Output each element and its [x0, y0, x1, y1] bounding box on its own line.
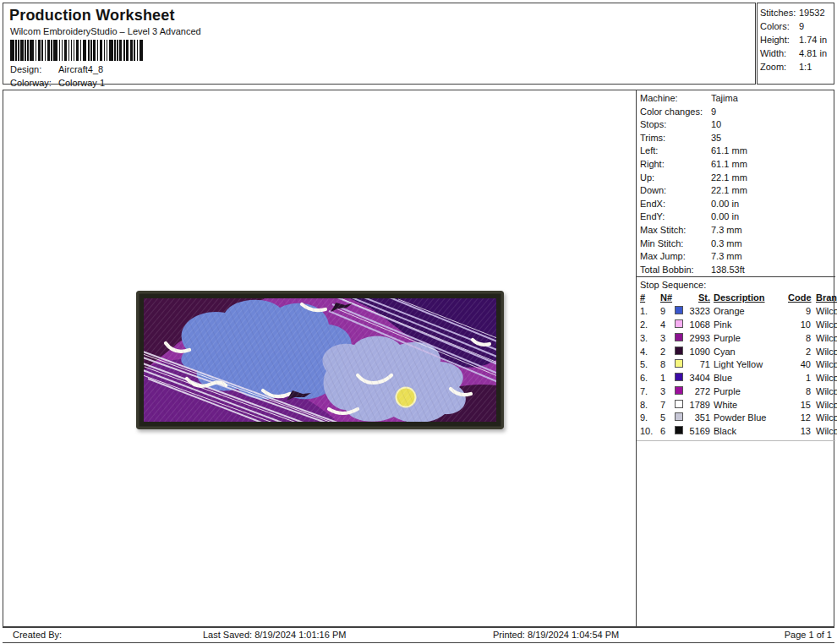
- stop-row-needle: 1: [660, 372, 675, 385]
- machine-info-label: Right:: [640, 158, 711, 172]
- machine-info-label: Stops:: [640, 118, 711, 132]
- colorway-value: Colorway 1: [58, 78, 105, 88]
- stop-row-needle: 7: [660, 399, 675, 412]
- summary-value: 4.81 in: [799, 46, 827, 60]
- stop-row-stitches: 351: [688, 412, 710, 425]
- stop-row-number: 4.: [640, 346, 660, 359]
- machine-info-label: Max Stitch:: [640, 224, 711, 237]
- stop-row-stitches: 1789: [688, 399, 710, 412]
- colorway-row: Colorway: Colorway 1: [10, 78, 105, 88]
- machine-info-value: 0.00 in: [711, 198, 739, 211]
- thread-color-swatch: [675, 412, 683, 421]
- stop-row: 10. 6 5169 Black 13 Wilcom: [640, 425, 835, 439]
- machine-info-label: Min Stitch:: [640, 237, 711, 251]
- machine-info-row: EndX: 0.00 in: [640, 198, 835, 211]
- barcode-icon: [10, 40, 149, 61]
- stop-row-brand: Wilcom: [811, 305, 837, 319]
- stop-row-number: 1.: [640, 305, 660, 319]
- machine-info-row: Machine: Tajima: [640, 92, 835, 106]
- stop-row-needle: 4: [660, 319, 675, 332]
- design-label: Design:: [10, 64, 58, 74]
- machine-info-row: Max Jump: 7.3 mm: [640, 250, 835, 264]
- stop-row-stitches: 1068: [688, 319, 710, 332]
- design-summary-box: Stitches: 19532 Colors: 9 Height: 1.74 i…: [757, 3, 834, 85]
- stop-row-brand: Wilcom: [811, 372, 837, 385]
- content-box: Machine: Tajima Color changes: 9 Stops: …: [3, 90, 834, 627]
- stop-row-brand: Wilcom: [811, 412, 837, 425]
- machine-info-row: Max Stitch: 7.3 mm: [640, 224, 835, 237]
- stop-row-needle: 5: [660, 412, 675, 425]
- summary-label: Colors:: [760, 19, 799, 33]
- machine-info-label: Max Jump:: [640, 250, 711, 264]
- thread-color-swatch: [675, 333, 683, 341]
- stop-row-brand: Wilcom: [811, 399, 837, 412]
- machine-info-row: Min Stitch: 0.3 mm: [640, 237, 835, 251]
- stop-row-needle: 9: [660, 305, 675, 319]
- machine-info-value: 22.1 mm: [711, 184, 747, 198]
- summary-row: Zoom: 1:1: [760, 60, 834, 74]
- machine-info-panel: Machine: Tajima Color changes: 9 Stops: …: [636, 90, 835, 626]
- machine-info-value: 61.1 mm: [711, 158, 747, 172]
- thread-color-swatch: [675, 400, 683, 408]
- stop-row-code: 8: [788, 385, 811, 399]
- machine-info-label: Up:: [640, 172, 711, 185]
- machine-info-label: Machine:: [640, 92, 711, 106]
- stop-row: 7. 3 272 Purple 8 Wilcom: [640, 385, 835, 399]
- thread-color-swatch: [675, 426, 683, 434]
- machine-info-value: 10: [711, 118, 721, 132]
- stop-row-description: Purple: [710, 332, 788, 346]
- thread-color-swatch: [675, 347, 683, 355]
- stop-row-code: 8: [788, 332, 811, 346]
- stop-row-needle: 3: [660, 332, 675, 346]
- app-subtitle: Wilcom EmbroideryStudio – Level 3 Advanc…: [10, 26, 201, 36]
- thread-color-swatch: [675, 386, 683, 395]
- machine-info-label: Trims:: [640, 132, 711, 145]
- machine-info-row: Up: 22.1 mm: [640, 172, 835, 185]
- machine-info-value: 35: [711, 132, 721, 145]
- machine-info-value: 138.53ft: [711, 264, 745, 277]
- col-description: Description: [710, 292, 788, 305]
- col-code: Code: [788, 292, 811, 305]
- summary-value: 19532: [799, 6, 825, 19]
- summary-label: Height:: [760, 33, 799, 46]
- stop-row-stitches: 1090: [688, 346, 710, 359]
- machine-info-row: Color changes: 9: [640, 106, 835, 119]
- stop-row: 8. 7 1789 White 15 Wilcom: [640, 399, 835, 412]
- summary-row: Width: 4.81 in: [760, 46, 834, 60]
- stop-row: 9. 5 351 Powder Blue 12 Wilcom: [640, 412, 835, 425]
- stop-row-stitches: 3323: [688, 305, 710, 319]
- machine-info-label: Down:: [640, 184, 711, 198]
- stop-row-number: 10.: [640, 425, 660, 439]
- stop-row-code: 15: [788, 399, 811, 412]
- thread-color-swatch: [675, 319, 683, 328]
- design-name-row: Design: Aircraft4_8: [10, 64, 103, 74]
- stop-row-brand: Wilcom: [811, 358, 837, 372]
- machine-info-value: 0.3 mm: [711, 237, 742, 251]
- stop-row-number: 2.: [640, 319, 660, 332]
- stop-row-number: 9.: [640, 412, 660, 425]
- page-title: Production Worksheet: [9, 7, 175, 25]
- stop-table-header: # N# St. Description Code Brand: [640, 292, 835, 305]
- stop-row-code: 9: [788, 305, 811, 319]
- summary-row: Height: 1.74 in: [760, 33, 834, 46]
- stop-row-description: Powder Blue: [710, 412, 788, 425]
- stop-row-code: 10: [788, 319, 811, 332]
- col-st: St.: [688, 292, 710, 305]
- stop-sequence-title: Stop Sequence:: [640, 278, 835, 292]
- stop-row-needle: 8: [660, 358, 675, 372]
- stop-row-number: 3.: [640, 332, 660, 346]
- machine-info-row: Stops: 10: [640, 118, 835, 132]
- machine-info-row: Trims: 35: [640, 132, 835, 145]
- stop-sequence-section: Stop Sequence: # N# St. Description Code…: [637, 276, 835, 441]
- stop-table-rows: 1. 9 3323 Orange 9 Wilcom 2. 4 1068: [640, 305, 835, 439]
- stop-row: 1. 9 3323 Orange 9 Wilcom: [640, 305, 835, 319]
- footer-page-number: Page 1 of 1: [785, 630, 832, 640]
- summary-value: 1.74 in: [799, 33, 827, 46]
- stop-row-brand: Wilcom: [811, 425, 837, 439]
- machine-info-value: Tajima: [711, 92, 738, 106]
- machine-info-label: EndX:: [640, 198, 711, 211]
- stop-row-code: 13: [788, 425, 811, 439]
- machine-info-row: Down: 22.1 mm: [640, 184, 835, 198]
- stop-row-brand: Wilcom: [811, 319, 837, 332]
- summary-row: Colors: 9: [760, 19, 834, 33]
